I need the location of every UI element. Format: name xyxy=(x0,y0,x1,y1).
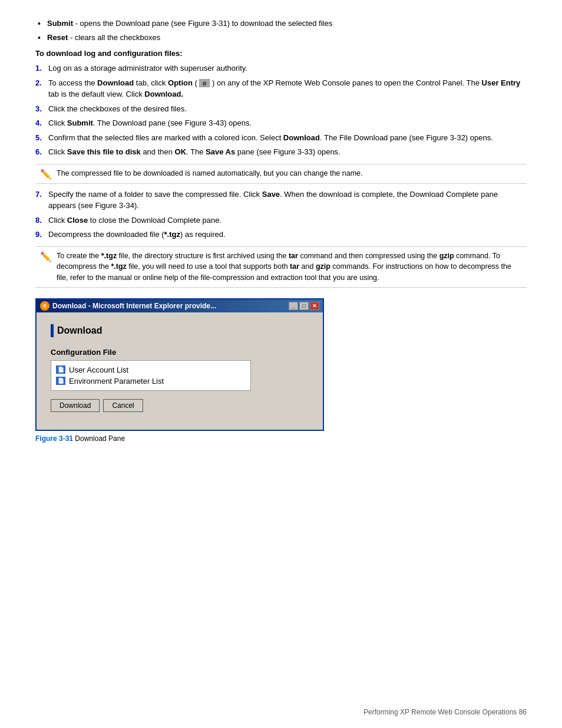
config-item-user-account[interactable]: 📄 User Account List xyxy=(56,364,246,375)
step-6-num: 6. xyxy=(35,146,48,158)
footer-text: Performing XP Remote Web Console Operati… xyxy=(363,708,527,716)
procedure-steps-1-6: 1. Log on as a storage administrator wit… xyxy=(35,62,527,158)
reset-term: Reset xyxy=(47,33,68,42)
config-item-env-param[interactable]: 📄 Environment Parameter List xyxy=(56,375,246,387)
step-5-num: 5. xyxy=(35,132,48,144)
note-1-text: The compressed file to be downloaded is … xyxy=(57,168,363,179)
ie-window: e Download - Microsoft Internet Explorer… xyxy=(35,298,324,431)
step-7: 7. Specify the name of a folder to save … xyxy=(35,189,527,212)
figure-caption-text: Download Pane xyxy=(73,434,125,443)
bullet-list: Submit - opens the Download pane (see Fi… xyxy=(35,18,527,43)
step-1-text: Log on as a storage administrator with s… xyxy=(48,62,527,74)
download-header-bar-icon xyxy=(51,324,54,337)
step-4-num: 4. xyxy=(35,117,48,129)
step-9: 9. Decompress the downloaded file (*.tgz… xyxy=(35,229,527,241)
step-3-text: Click the checkboxes of the desired file… xyxy=(48,103,527,115)
step-1: 1. Log on as a storage administrator wit… xyxy=(35,62,527,74)
step-2: 2. To access the Download tab, click Opt… xyxy=(35,77,527,100)
step-8-text: Click Close to close the Download Comple… xyxy=(48,215,527,226)
download-header: Download xyxy=(51,324,309,337)
step-6-text: Click Save this file to disk and then OK… xyxy=(48,146,527,158)
figure-caption-label: Figure 3-31 xyxy=(35,434,73,443)
note-icon-2: ✏️ xyxy=(40,251,52,262)
procedure-title: To download log and configuration files: xyxy=(35,49,527,58)
download-header-title: Download xyxy=(57,325,102,336)
screenshot-container: e Download - Microsoft Internet Explorer… xyxy=(35,298,527,431)
ie-window-title: Download - Microsoft Internet Explorer p… xyxy=(52,302,216,310)
bullet-reset: Reset - clears all the checkboxes xyxy=(35,32,527,44)
step-3: 3. Click the checkboxes of the desired f… xyxy=(35,103,527,115)
step-2-text: To access the Download tab, click Option… xyxy=(48,77,527,100)
ie-titlebar-left: e Download - Microsoft Internet Explorer… xyxy=(40,301,216,311)
dialog-buttons: Download Cancel xyxy=(51,399,309,412)
minimize-button[interactable]: _ xyxy=(289,302,298,310)
env-param-label: Environment Parameter List xyxy=(69,377,164,386)
step-8-num: 8. xyxy=(35,215,48,226)
note-2: ✏️ To create the *.tgz file, the directo… xyxy=(35,246,527,288)
step-7-num: 7. xyxy=(35,189,48,212)
step-4-text: Click Submit. The Download pane (see Fig… xyxy=(48,117,527,129)
note-2-text: To create the *.tgz file, the directory … xyxy=(57,251,522,284)
page-footer: Performing XP Remote Web Console Operati… xyxy=(363,708,527,716)
step-8: 8. Click Close to close the Download Com… xyxy=(35,215,527,226)
note-1: ✏️ The compressed file to be downloaded … xyxy=(35,164,527,184)
step-7-text: Specify the name of a folder to save the… xyxy=(48,189,527,212)
ie-titlebar: e Download - Microsoft Internet Explorer… xyxy=(37,299,323,312)
step-9-text: Decompress the downloaded file (*.tgz) a… xyxy=(48,229,527,241)
bullet-submit: Submit - opens the Download pane (see Fi… xyxy=(35,18,527,29)
env-param-icon: 📄 xyxy=(56,377,65,385)
figure-caption: Figure 3-31 Download Pane xyxy=(35,434,527,443)
submit-desc: - opens the Download pane (see Figure 3-… xyxy=(73,19,332,28)
step-5: 5. Confirm that the selected files are m… xyxy=(35,132,527,144)
submit-term: Submit xyxy=(47,19,73,28)
procedure-steps-7-9: 7. Specify the name of a folder to save … xyxy=(35,189,527,241)
step-3-num: 3. xyxy=(35,103,48,115)
user-account-label: User Account List xyxy=(69,365,128,374)
reset-desc: - clears all the checkboxes xyxy=(68,33,160,42)
step-6: 6. Click Save this file to disk and then… xyxy=(35,146,527,158)
close-button[interactable]: ✕ xyxy=(310,302,319,310)
step-1-num: 1. xyxy=(35,62,48,74)
config-file-box: 📄 User Account List 📄 Environment Parame… xyxy=(51,360,251,391)
step-9-num: 9. xyxy=(35,229,48,241)
note-icon-1: ✏️ xyxy=(40,169,52,180)
download-button[interactable]: Download xyxy=(51,399,100,412)
config-file-label: Configuration File xyxy=(51,348,309,357)
cancel-button[interactable]: Cancel xyxy=(103,399,143,412)
restore-button[interactable]: □ xyxy=(299,302,309,310)
step-2-num: 2. xyxy=(35,77,48,100)
ie-window-controls[interactable]: _ □ ✕ xyxy=(289,302,319,310)
user-account-icon: 📄 xyxy=(56,365,65,374)
step-5-text: Confirm that the selected files are mark… xyxy=(48,132,527,144)
ie-content: Download Configuration File 📄 User Accou… xyxy=(37,312,323,430)
step-4: 4. Click Submit. The Download pane (see … xyxy=(35,117,527,129)
ie-logo-icon: e xyxy=(40,301,49,311)
